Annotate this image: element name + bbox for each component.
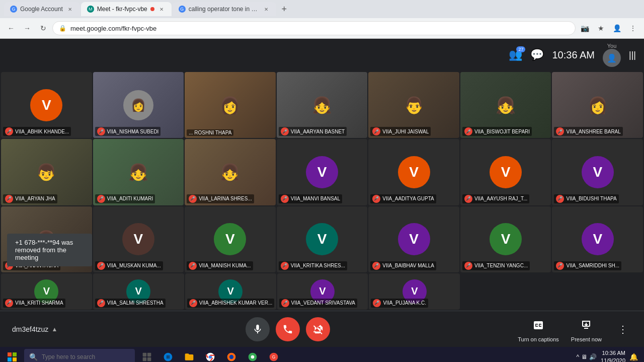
- recording-dot: [150, 7, 154, 11]
- taskbar-date: 11/9/2020: [601, 357, 625, 362]
- mute-icon-p24: 🎤: [189, 299, 197, 307]
- person-p3: 👩: [220, 96, 240, 115]
- address-box[interactable]: 🔒 meet.google.com/fkr-fvpc-vbe: [52, 21, 576, 35]
- chat-icon: 💬: [530, 48, 544, 61]
- name-p9: VIIA_ADITI KUMARI: [107, 196, 153, 201]
- video-tile-p22: V 🎤 VIIA_KRITI SHARMA: [1, 273, 92, 310]
- time-display: 10:36 AM: [552, 49, 595, 61]
- meet-bottombar: dm3ef4tzuz ▲ Turn on captions: [0, 311, 644, 347]
- notification-bell[interactable]: 🔔: [629, 353, 638, 361]
- video-tile-p7: 👩 🎤 VIIA_ANSHREE BARAL: [552, 72, 643, 138]
- taskbar-chrome[interactable]: [200, 347, 220, 362]
- taskbar-edge[interactable]: [158, 347, 178, 362]
- mute-icon-p12: 🎤: [372, 195, 380, 203]
- video-tile-p24: V 🎤 VIIA_ABHISHEK KUMAR VER...: [185, 273, 276, 310]
- more-options-button[interactable]: ⋮: [614, 320, 632, 338]
- grid-row-1: V 🎤 VIIA_ABHIK KHANDE... 👩 🎤 VIIA_NISHMA…: [1, 72, 643, 138]
- video-tile-p12: V 🎤 VIIA_AADITYA GUPTA: [368, 139, 459, 205]
- start-button[interactable]: [2, 347, 22, 362]
- refresh-button[interactable]: ↻: [36, 21, 50, 35]
- avatar-p14: V: [582, 156, 614, 188]
- tile-label-p10: 🎤 VIIA_LARINA SHRES...: [187, 194, 254, 203]
- bookmark-icon[interactable]: ★: [594, 21, 608, 35]
- person-p6: 👧: [496, 96, 516, 115]
- video-tile-p16: V 🎤 VIIA_MUSKAN KUMA...: [93, 206, 184, 272]
- present-icon: [577, 316, 595, 334]
- mute-icon-p5: 🎤: [372, 127, 380, 135]
- taskbar-apps: G: [137, 347, 570, 362]
- name-p2: VIIA_NISHMA SUBEDI: [107, 129, 159, 134]
- empty-tile: [461, 273, 643, 310]
- person-p9: 👧: [128, 163, 148, 182]
- tile-label-p11: 🎤 VIIA_MANVI BANSAL: [279, 194, 342, 203]
- tile-label-p13: 🎤 VIIA_AAYUSH RAJ_T...: [462, 194, 529, 203]
- video-tile-p4: 👧 🎤 VIIA_AARYAN BASNET: [277, 72, 368, 138]
- video-tile-p21: V 🎤 VIIA_SAMRIDDHI SH...: [552, 206, 643, 272]
- tab-google-account[interactable]: G Google Account ✕: [4, 2, 80, 16]
- svg-rect-6: [143, 357, 147, 361]
- tab-close-calling[interactable]: ✕: [262, 5, 270, 13]
- name-p16: VIIA_MUSKAN KUMA...: [107, 263, 161, 268]
- tab-close-google[interactable]: ✕: [66, 5, 74, 13]
- tab-calling[interactable]: G calling operator tone in google ... ✕: [173, 2, 276, 16]
- video-tile-p25: V 🎤 VIIA_VEDANT SRIVASTAVA: [277, 273, 368, 310]
- app6-icon: [248, 352, 258, 362]
- svg-text:G: G: [272, 354, 275, 359]
- avatar-p16: V: [122, 223, 154, 255]
- tile-label-p6: 🎤 VIIA_BISWOJIT BEPARI: [462, 127, 532, 136]
- taskbar-app6[interactable]: [243, 347, 263, 362]
- mic-icon: [252, 324, 263, 335]
- name-p1: VIIA_ABHIK KHANDE...: [15, 129, 69, 134]
- taskbar-cortana[interactable]: [137, 347, 157, 362]
- name-p24: VIIA_ABHISHEK KUMAR VER...: [199, 300, 273, 306]
- taskbar-firefox[interactable]: [221, 347, 242, 362]
- camera-button[interactable]: [306, 317, 330, 341]
- forward-button[interactable]: →: [20, 21, 34, 35]
- video-tile-p11: V 🎤 VIIA_MANVI BANSAL: [277, 139, 368, 205]
- search-icon: 🔍: [29, 353, 38, 361]
- avatar-p13: V: [490, 156, 522, 188]
- mic-button[interactable]: [246, 317, 270, 341]
- tile-label-p25: 🎤 VIIA_VEDANT SRIVASTAVA: [279, 299, 357, 308]
- mute-icon-p14: 🎤: [556, 195, 564, 203]
- search-bar[interactable]: 🔍: [24, 349, 135, 362]
- taskbar-folder[interactable]: [179, 347, 199, 362]
- end-call-button[interactable]: [276, 317, 300, 341]
- mute-icon-p6: 🎤: [464, 127, 472, 135]
- tab-google-account-label: Google Account: [20, 6, 63, 13]
- tile-label-p21: 🎤 VIIA_SAMRIDDHI SH...: [554, 261, 621, 270]
- name-p17: VIIA_MANISH KUMA...: [199, 263, 251, 268]
- firefox-icon: [226, 352, 236, 362]
- name-p12: VIIA_AADITYA GUPTA: [382, 196, 434, 201]
- mute-icon-p22: 🎤: [5, 299, 13, 307]
- present-now-button[interactable]: Present now: [571, 316, 602, 342]
- name-p26: VIIA_PUJANA K.C.: [383, 300, 426, 306]
- new-tab-button[interactable]: +: [277, 2, 291, 16]
- url-text: meet.google.com/fkr-fvpc-vbe: [70, 25, 569, 32]
- mute-icon-p9: 🎤: [97, 195, 105, 203]
- back-button[interactable]: ←: [4, 21, 18, 35]
- name-p10: VIIA_LARINA SHRES...: [199, 196, 252, 201]
- windows-icon: [8, 352, 17, 361]
- menu-icon[interactable]: ⋮: [626, 21, 640, 35]
- chevron-up-icon[interactable]: ▲: [51, 326, 57, 333]
- cast-icon[interactable]: 📷: [578, 21, 592, 35]
- tab-meet[interactable]: M Meet - fkr-fvpc-vbe ✕: [81, 2, 172, 16]
- mute-icon-p21: 🎤: [556, 262, 564, 270]
- participants-button[interactable]: 👥 27: [509, 48, 522, 61]
- profile-icon[interactable]: 👤: [610, 21, 624, 35]
- browser-chrome: G Google Account ✕ M Meet - fkr-fvpc-vbe…: [0, 0, 644, 39]
- tab-calling-label: calling operator tone in google ...: [189, 6, 259, 13]
- captions-button[interactable]: Turn on captions: [518, 316, 559, 342]
- name-p5: VIIA_JUHI JAISWAL: [382, 129, 429, 134]
- mute-icon-p7: 🎤: [556, 127, 564, 135]
- tile-label-p3: ... ROSHNI THAPA: [187, 129, 233, 136]
- tile-label-p2: 🎤 VIIA_NISHMA SUBEDI: [95, 127, 161, 136]
- tab-close-meet[interactable]: ✕: [157, 5, 166, 13]
- taskbar-right: ^ 🖥 🔊 10:36 AM 11/9/2020 🔔: [572, 349, 642, 362]
- tile-label-p17: 🎤 VIIA_MANISH KUMA...: [187, 261, 253, 270]
- chat-button[interactable]: 💬: [530, 48, 544, 61]
- lock-icon: 🔒: [59, 25, 66, 32]
- search-input[interactable]: [42, 353, 122, 360]
- taskbar-app7[interactable]: G: [264, 347, 284, 362]
